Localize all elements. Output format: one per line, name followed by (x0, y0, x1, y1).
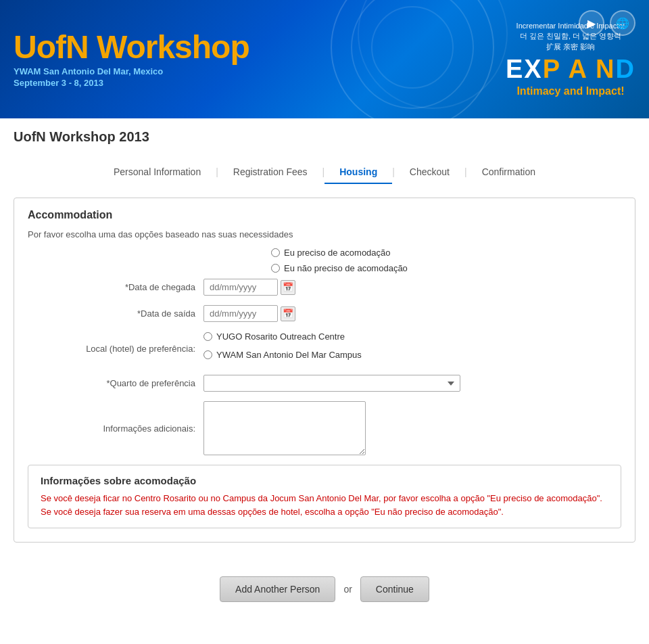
add-another-person-button[interactable]: Add Another Person (220, 576, 335, 602)
tab-confirmation[interactable]: Confirmation (467, 161, 550, 184)
departure-date-label: *Data de saída (28, 308, 203, 319)
hotel-option-ywam: YWAM San Antonio Del Mar Campus (203, 350, 362, 360)
page-title: UofN Workshop 2013 (0, 118, 649, 150)
banner-left: UofN Workshop YWAM San Antonio Del Mar, … (14, 31, 492, 88)
nav-tabs: Personal Information | Registration Fees… (0, 161, 649, 184)
room-preference-row: *Quarto de preferência (28, 375, 621, 392)
continue-button[interactable]: Continue (360, 576, 429, 602)
accommodation-section: Accommodation Por favor escolha uma das … (14, 198, 635, 543)
arrival-date-input-group: 📅 (203, 279, 295, 296)
arrival-date-row: *Data de chegada 📅 (28, 279, 621, 296)
radio-nao-preciso: Eu não preciso de acomodação (271, 263, 621, 273)
hotel-radio-ywam[interactable] (203, 350, 212, 359)
banner-date: September 3 - 8, 2013 (14, 78, 492, 88)
additional-info-row: Informações adicionais: (28, 401, 621, 455)
radio-nao-preciso-input[interactable] (271, 264, 280, 273)
banner-expand: EXP A ND (506, 55, 635, 84)
departure-calendar-icon[interactable]: 📅 (281, 306, 295, 321)
banner-impact: Intimacy and Impact! (506, 85, 635, 97)
accommodation-section-title: Accommodation (28, 209, 621, 221)
departure-date-input[interactable] (203, 305, 278, 322)
banner-icon-globe: 🌐 (610, 10, 635, 36)
tab-personal-information[interactable]: Personal Information (99, 161, 216, 184)
info-section: Informações sobre acomodação Se você des… (28, 465, 621, 528)
or-label: or (343, 584, 352, 595)
arrival-date-label: *Data de chegada (28, 282, 203, 292)
hotel-radio-yugo[interactable] (203, 332, 212, 341)
tab-checkout[interactable]: Checkout (395, 161, 464, 184)
accommodation-radio-group: Eu preciso de acomodação Eu não preciso … (271, 248, 621, 273)
departure-date-row: *Data de saída 📅 (28, 305, 621, 322)
info-section-title: Informações sobre acomodação (41, 475, 608, 486)
hotel-option-yugo: YUGO Rosarito Outreach Centre (203, 331, 362, 342)
radio-preciso-input[interactable] (271, 248, 280, 257)
tab-registration-fees[interactable]: Registration Fees (218, 161, 322, 184)
bottom-buttons: Add Another Person or Continue (0, 576, 649, 622)
departure-date-input-group: 📅 (203, 305, 295, 322)
header-banner: UofN Workshop YWAM San Antonio Del Mar, … (0, 0, 649, 118)
banner-icons: ▶ 🌐 (579, 10, 635, 36)
main-content: Accommodation Por favor escolha uma das … (0, 198, 649, 556)
banner-icon-play: ▶ (579, 10, 604, 36)
info-text: Se você deseja ficar no Centro Rosarito … (41, 492, 608, 518)
arrival-date-input[interactable] (203, 279, 278, 296)
hotel-options: YUGO Rosarito Outreach Centre YWAM San A… (203, 331, 362, 365)
radio-preciso: Eu preciso de acomodação (271, 248, 621, 258)
radio-preciso-label[interactable]: Eu preciso de acomodação (284, 248, 391, 258)
banner-title: UofN Workshop (14, 31, 492, 64)
accommodation-intro-text: Por favor escolha uma das opções baseado… (28, 229, 621, 239)
hotel-preference-row: Local (hotel) de preferência: YUGO Rosar… (28, 331, 621, 365)
hotel-label-ywam[interactable]: YWAM San Antonio Del Mar Campus (216, 350, 362, 360)
room-preference-select[interactable] (203, 375, 460, 392)
additional-info-label: Informações adicionais: (28, 423, 203, 434)
additional-info-textarea[interactable] (203, 401, 366, 455)
hotel-preference-label: Local (hotel) de preferência: (28, 344, 203, 354)
arrival-calendar-icon[interactable]: 📅 (281, 280, 295, 295)
banner-subtitle: YWAM San Antonio Del Mar, Mexico (14, 66, 492, 76)
room-preference-label: *Quarto de preferência (28, 378, 203, 388)
hotel-label-yugo[interactable]: YUGO Rosarito Outreach Centre (216, 331, 345, 342)
tab-housing[interactable]: Housing (324, 161, 392, 184)
radio-nao-preciso-label[interactable]: Eu não preciso de acomodação (284, 263, 408, 273)
